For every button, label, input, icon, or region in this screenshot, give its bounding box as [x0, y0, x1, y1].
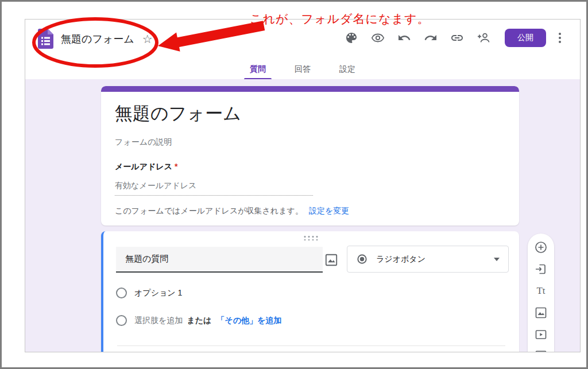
forms-app-window: 無題のフォーム ☆ 公開	[25, 19, 581, 352]
add-option-or-text: または	[187, 316, 211, 326]
kebab-menu-icon[interactable]	[553, 31, 567, 45]
option-row-1: オプション 1	[116, 288, 182, 298]
form-header-card: 無題のフォーム フォームの説明 メールアドレス* 有効なメールアドレス このフォ…	[101, 86, 519, 226]
add-collaborator-icon[interactable]	[477, 31, 490, 45]
add-section-icon[interactable]	[534, 349, 548, 352]
theme-palette-icon[interactable]	[345, 31, 358, 45]
option-label[interactable]: オプション 1	[134, 288, 182, 298]
email-collection-notice: このフォームではメールアドレスが収集されます。設定を変更	[115, 206, 505, 216]
add-option-text[interactable]: 選択肢を追加	[134, 316, 183, 326]
header-actions: 公開	[338, 29, 573, 47]
form-title-editor[interactable]: 無題のフォーム	[115, 102, 505, 126]
email-field-label: メールアドレス*	[115, 162, 505, 172]
add-image-to-question-icon[interactable]	[324, 253, 339, 267]
form-description-editor[interactable]: フォームの説明	[115, 137, 505, 147]
question-card: 無題の質問 ラジオボタン オプション 1 選択肢を追加 または	[101, 231, 519, 352]
drag-handle-icon[interactable]	[304, 236, 319, 240]
tab-responses[interactable]: 回答	[289, 62, 316, 80]
question-title-input[interactable]: 無題の質問	[116, 247, 323, 273]
add-video-icon[interactable]	[534, 328, 548, 341]
header-left: 無題のフォーム ☆	[38, 29, 153, 49]
annotation-note: これが、フォルダ名になます。	[250, 11, 430, 27]
question-type-dropdown[interactable]: ラジオボタン	[347, 246, 509, 273]
undo-icon[interactable]	[397, 31, 411, 45]
add-question-icon[interactable]	[534, 240, 548, 254]
tab-settings[interactable]: 設定	[334, 62, 361, 80]
form-canvas: 無題のフォーム フォームの説明 メールアドレス* 有効なメールアドレス このフォ…	[25, 79, 580, 352]
add-title-description-icon[interactable]: Tt	[534, 284, 548, 298]
theme-color-bar	[101, 86, 519, 92]
change-settings-link[interactable]: 設定を変更	[309, 206, 349, 215]
chevron-down-icon	[494, 258, 500, 261]
tab-questions[interactable]: 質問	[244, 62, 272, 80]
copy-link-icon[interactable]	[450, 31, 464, 45]
redo-icon[interactable]	[424, 31, 438, 45]
radio-circle-icon[interactable]	[116, 288, 127, 298]
import-questions-icon[interactable]	[534, 262, 548, 276]
required-asterisk: *	[175, 162, 177, 171]
form-title-field[interactable]: 無題のフォーム	[61, 32, 134, 46]
floating-toolbar: Tt	[528, 234, 554, 352]
add-option-row: 選択肢を追加 または 「その他」を追加	[116, 315, 281, 326]
star-favorite-icon[interactable]: ☆	[142, 32, 153, 46]
add-other-link[interactable]: 「その他」を追加	[216, 316, 281, 326]
publish-button[interactable]: 公開	[505, 29, 546, 47]
screenshot-frame: 無題のフォーム ☆ 公開	[0, 0, 588, 369]
radio-circle-icon	[116, 315, 127, 326]
question-type-label: ラジオボタン	[376, 254, 425, 265]
question-footer-divider	[117, 345, 505, 346]
google-forms-logo-icon[interactable]	[38, 29, 53, 49]
radio-button-icon	[356, 253, 368, 265]
tab-bar: 質問 回答 設定	[25, 62, 580, 80]
preview-eye-icon[interactable]	[371, 31, 385, 45]
email-input[interactable]: 有効なメールアドレス	[115, 181, 313, 196]
add-image-icon[interactable]	[534, 306, 548, 320]
